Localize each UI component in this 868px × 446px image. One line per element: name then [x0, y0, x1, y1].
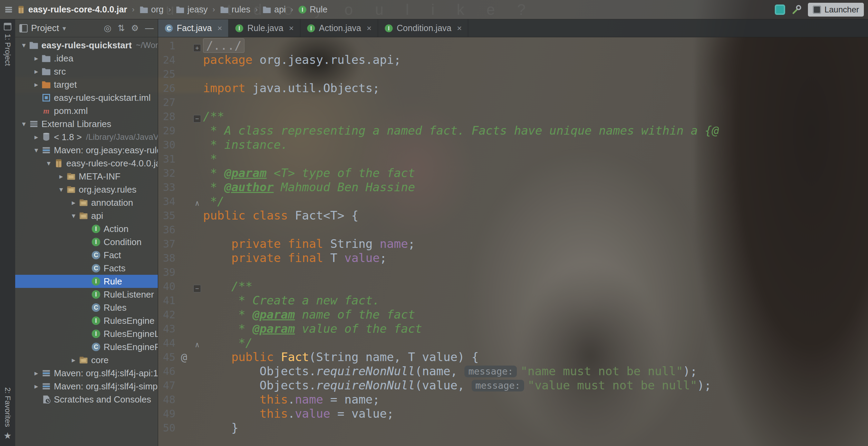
chevron-down-icon[interactable]: ▾ — [19, 41, 29, 49]
chevron-right-icon[interactable]: ▸ — [31, 133, 41, 141]
code-token: ); — [683, 364, 697, 378]
chevron-right-icon[interactable]: ▸ — [31, 67, 41, 76]
tree-item-easy-rules-quickstart-iml[interactable]: easy-rules-quickstart.iml — [15, 91, 158, 104]
code-text: * Create a new fact. — [203, 293, 380, 308]
code-line: 36 — [158, 223, 868, 237]
hide-panel-icon[interactable]: — — [145, 23, 154, 33]
favorites-star-icon: ★ — [3, 430, 11, 441]
breadcrumb-item[interactable]: org — [139, 4, 164, 14]
tree-item-target[interactable]: ▸target — [15, 78, 158, 91]
chevron-right-icon[interactable]: ▸ — [56, 172, 66, 181]
fold-marker[interactable]: − — [191, 280, 203, 293]
code-token: (String name, T value) { — [309, 350, 479, 364]
launcher-button[interactable]: Launcher — [808, 3, 864, 17]
chevron-right-icon[interactable]: ▸ — [31, 54, 41, 62]
tree-item-maven-org-slf4j-slf4j-simple-1-7-30[interactable]: ▸Maven: org.slf4j:slf4j-simple:1.7.30 — [15, 380, 158, 393]
editor-tab-rule-java[interactable]: IRule.java× — [229, 19, 300, 37]
line-number: 39 — [158, 266, 177, 278]
wrench-icon[interactable] — [791, 4, 802, 15]
code-text: public class Fact<T> { — [203, 209, 358, 223]
tree-item-maven-org-jeasy-easy-rules-core-4-0-0[interactable]: ▾Maven: org.jeasy:easy-rules-core:4.0.0 — [15, 144, 158, 157]
chevron-down-icon[interactable]: ▾ — [31, 146, 41, 154]
tree-item-annotation[interactable]: ▸annotation — [15, 196, 158, 209]
breadcrumb-item[interactable]: rules — [220, 4, 250, 14]
tree-item-rule[interactable]: IRule — [15, 275, 158, 288]
tree-item-rulesengineparameters[interactable]: CRulesEngineParameters — [15, 340, 158, 353]
line-number: 46 — [158, 365, 177, 377]
breadcrumb-item[interactable]: easy-rules-core-4.0.0.jar — [17, 4, 127, 14]
code-token: * — [203, 180, 224, 194]
tree-item-idea[interactable]: ▸.idea — [15, 52, 158, 65]
tree-item-meta-inf[interactable]: ▸META-INF — [15, 170, 158, 183]
tree-item-action[interactable]: IAction — [15, 222, 158, 235]
folder-excluded-icon — [41, 80, 51, 89]
svg-text:I: I — [95, 291, 97, 298]
code-lines[interactable]: 1+/.../24package org.jeasy.rules.api;252… — [158, 37, 868, 446]
line-number: 25 — [158, 68, 177, 80]
tree-item-scratches-and-consoles[interactable]: Scratches and Consoles — [15, 393, 158, 406]
chevron-down-icon[interactable]: ▾ — [56, 185, 66, 194]
tree-item-1-8[interactable]: ▸< 1.8 >/Library/Java/JavaVirtualMachine… — [15, 130, 158, 144]
tree-item-fact[interactable]: CFact — [15, 249, 158, 262]
gutter-annotation[interactable]: @ — [177, 351, 191, 363]
editor-tab-action-java[interactable]: IAction.java× — [300, 19, 378, 37]
project-panel-title[interactable]: Project — [31, 23, 59, 33]
chevron-down-icon[interactable]: ▾ — [62, 24, 66, 32]
tree-item-pom-xml[interactable]: mpom.xml — [15, 104, 158, 117]
tree-item-rulesengine[interactable]: IRulesEngine — [15, 314, 158, 327]
line-number: 32 — [158, 167, 177, 179]
tree-item-external-libraries[interactable]: ▾External Libraries — [15, 117, 158, 130]
chevron-right-icon[interactable]: ▸ — [31, 369, 41, 377]
tree-item-org-jeasy-rules[interactable]: ▾org.jeasy.rules — [15, 183, 158, 196]
fold-marker[interactable]: ∧ — [191, 195, 203, 209]
tree-item-maven-org-slf4j-slf4j-api-1-7-30[interactable]: ▸Maven: org.slf4j:slf4j-api:1.7.30 — [15, 367, 158, 380]
chevron-right-icon[interactable]: ▸ — [68, 356, 79, 364]
tab-label: Action.java — [319, 23, 361, 33]
line-number: 29 — [158, 125, 177, 137]
tree-item-rulesenginelistener[interactable]: IRulesEngineListener — [15, 327, 158, 340]
close-icon[interactable]: × — [289, 23, 294, 33]
chevron-down-icon[interactable]: ▾ — [19, 120, 29, 128]
collapse-all-icon[interactable]: ⇅ — [118, 23, 125, 33]
chevron-right-icon[interactable]: ▸ — [31, 80, 41, 89]
svg-text:I: I — [95, 330, 97, 337]
chevron-down-icon[interactable]: ▾ — [44, 159, 54, 167]
breadcrumb-item[interactable]: api — [262, 4, 286, 14]
tree-item-easy-rules-quickstart[interactable]: ▾easy-rules-quickstart~/Workspace/easy-r… — [15, 39, 158, 52]
code-token: "name must not be null" — [520, 364, 683, 378]
settings-gear-icon[interactable]: ⚙ — [131, 23, 139, 33]
breadcrumb-item[interactable]: jeasy — [176, 4, 208, 14]
teal-badge-icon[interactable] — [775, 4, 785, 15]
tree-item-label: Maven: org.slf4j:slf4j-simple:1.7.30 — [54, 381, 158, 392]
fold-marker[interactable]: + — [191, 39, 203, 53]
tool-window-button-project[interactable]: 1: Project — [3, 34, 12, 66]
fold-marker[interactable]: − — [191, 110, 203, 124]
tree-item-api[interactable]: ▾api — [15, 209, 158, 222]
fold-marker[interactable]: ∧ — [191, 336, 203, 350]
class-icon: C — [164, 24, 173, 33]
chevron-right-icon[interactable]: ▸ — [68, 198, 79, 207]
tool-window-button-favorites[interactable]: 2: Favorites — [3, 387, 12, 427]
tree-item-rules[interactable]: CRules — [15, 301, 158, 314]
close-icon[interactable]: × — [217, 23, 222, 33]
close-icon[interactable]: × — [457, 23, 462, 33]
code-line: 45@ public Fact(String name, T value) { — [158, 350, 868, 364]
tree-item-src[interactable]: ▸src — [15, 65, 158, 78]
chevron-right-icon[interactable]: ▸ — [31, 382, 41, 390]
window-menu-icon[interactable] — [4, 5, 13, 14]
chevron-down-icon[interactable]: ▾ — [68, 212, 79, 220]
code-token: java.util.Objects; — [252, 81, 379, 95]
close-icon[interactable]: × — [367, 23, 372, 33]
editor-tab-fact-java[interactable]: CFact.java× — [158, 19, 229, 37]
breadcrumb-item[interactable]: IRule — [298, 4, 327, 14]
tab-label: Condition.java — [397, 23, 451, 33]
tree-item-easy-rules-core-4-0-0-jar[interactable]: ▾easy-rules-core-4.0.0.jarlibrary root — [15, 157, 158, 170]
code-token — [203, 407, 260, 420]
locate-icon[interactable]: ◎ — [104, 23, 112, 33]
tree-item-rulelistener[interactable]: IRuleListener — [15, 288, 158, 301]
tree-item-core[interactable]: ▸core — [15, 353, 158, 367]
editor-tab-condition-java[interactable]: ICondition.java× — [378, 19, 468, 37]
tree-item-facts[interactable]: CFacts — [15, 262, 158, 275]
code-token — [203, 279, 231, 293]
tree-item-condition[interactable]: ICondition — [15, 235, 158, 249]
